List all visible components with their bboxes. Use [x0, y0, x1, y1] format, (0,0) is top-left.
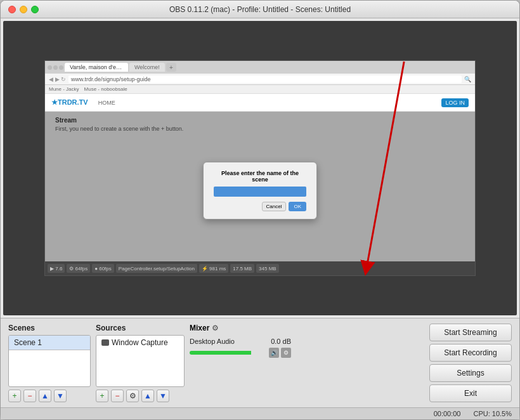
browser-tab-1[interactable]: Varsle, maison d'excellence de...: [65, 63, 128, 72]
browser-content: ★TRDR.TV HOME LOG IN Stream First, you n…: [45, 94, 475, 269]
scenes-down-button[interactable]: ▼: [54, 390, 67, 402]
mixer-header: Mixer ⚙: [190, 324, 291, 332]
trdr-login-button[interactable]: LOG IN: [441, 98, 469, 107]
toolbar-item-4[interactable]: PageController.setup/SetupAction: [116, 264, 197, 273]
mixer-fader-row-1: 🔊 ⚙: [190, 348, 291, 360]
status-bar: 00:00:00 CPU: 10.5%: [1, 407, 519, 419]
sources-toolbar: + − ⚙ ▲ ▼: [96, 390, 185, 402]
dialog-overlay: Please enter the name of the scene Cance…: [45, 112, 475, 269]
close-button[interactable]: [8, 6, 16, 13]
scenes-panel: Scenes Scene 1 + − ▲ ▼: [8, 324, 91, 402]
mixer-panel: Mixer ⚙ Desktop Audio 0.0 dB 🔊 ⚙: [190, 324, 291, 402]
scenes-list: Scene 1: [8, 335, 91, 387]
mixer-fader-1[interactable]: [190, 351, 266, 355]
toolbar-item-2[interactable]: ⚙ 64fps: [67, 264, 90, 273]
browser-preview: Varsle, maison d'excellence de... Welcom…: [44, 60, 476, 276]
browser-tab-2[interactable]: Welcome!: [129, 63, 165, 72]
start-recording-button[interactable]: Start Recording: [429, 344, 512, 362]
dialog-cancel-button[interactable]: Cancel: [262, 202, 287, 211]
scenes-header: Scenes: [8, 324, 91, 332]
titlebar: OBS 0.11.2 (mac) - Profile: Untitled - S…: [1, 1, 519, 18]
preview-area: Varsle, maison d'excellence de... Welcom…: [3, 21, 517, 315]
mixer-settings-icon[interactable]: ⚙: [212, 324, 219, 332]
sources-remove-button[interactable]: −: [111, 390, 124, 402]
traffic-lights: [8, 6, 39, 13]
bottom-content: Scenes Scene 1 + − ▲ ▼ Sources Window C: [1, 318, 519, 407]
scenes-add-button[interactable]: +: [8, 390, 21, 402]
toolbar-item-6[interactable]: 17.5 MB: [230, 264, 254, 273]
sources-panel: Sources Window Capture + − ⚙ ▲ ▼: [96, 324, 185, 402]
mixer-title: Mixer: [190, 324, 209, 332]
sources-down-button[interactable]: ▼: [157, 390, 169, 402]
sources-add-button[interactable]: +: [96, 390, 108, 402]
trdr-logo: ★TRDR.TV: [51, 98, 88, 107]
source-item-1[interactable]: Window Capture: [96, 336, 184, 350]
trdr-home-link[interactable]: HOME: [98, 100, 115, 106]
toolbar-item-5[interactable]: ⚡ 981 ms: [199, 264, 228, 273]
dialog-buttons: Cancel OK: [214, 202, 306, 211]
scene-item-1[interactable]: Scene 1: [9, 336, 90, 350]
toolbar-item-7[interactable]: 345 MB: [256, 264, 279, 273]
app-window: OBS 0.11.2 (mac) - Profile: Untitled - S…: [0, 0, 520, 420]
action-buttons: Start Streaming Start Recording Settings…: [429, 324, 512, 402]
browser-url: www.trdr.de/signup/setup-guide: [68, 75, 462, 83]
scenes-remove-button[interactable]: −: [23, 390, 36, 402]
mixer-mute-button[interactable]: 🔊: [269, 348, 279, 358]
source-label-1: Window Capture: [112, 338, 168, 347]
mixer-channel-label-1: Desktop Audio: [190, 338, 262, 345]
nav-item-2: Muse - noboobsale: [84, 86, 127, 92]
status-time: 00:00:00: [434, 410, 461, 417]
toolbar-item-3[interactable]: ● 60fps: [92, 264, 114, 273]
dialog-ok-button[interactable]: OK: [289, 202, 306, 211]
mixer-channel-icons: 🔊 ⚙: [269, 348, 291, 358]
browser-bookmark-bar: Mune - Jacky Muse - noboobsale: [45, 85, 475, 94]
scene-name-dialog: Please enter the name of the scene Cance…: [203, 162, 317, 220]
settings-button[interactable]: Settings: [429, 364, 512, 382]
start-streaming-button[interactable]: Start Streaming: [429, 324, 512, 341]
status-cpu: CPU: 10.5%: [473, 410, 512, 417]
sources-up-button[interactable]: ▲: [141, 390, 154, 402]
mixer-channel-db-1: 0.0 dB: [266, 338, 291, 345]
trdr-navbar: ★TRDR.TV HOME LOG IN: [45, 94, 475, 112]
nav-item-1: Mune - Jacky: [49, 86, 79, 92]
mixer-channel-1: Desktop Audio 0.0 dB: [190, 335, 291, 348]
sources-settings-button[interactable]: ⚙: [126, 390, 139, 402]
minimize-button[interactable]: [20, 6, 27, 13]
toolbar-item-1[interactable]: ▶ 7.6: [48, 264, 65, 273]
obs-preview-toolbar: ▶ 7.6 ⚙ 64fps ● 60fps PageController.set…: [45, 261, 475, 275]
scenes-toolbar: + − ▲ ▼: [8, 390, 91, 402]
sources-list: Window Capture: [96, 335, 185, 387]
dialog-title: Please enter the name of the scene: [214, 170, 306, 183]
dialog-input-field[interactable]: [214, 187, 306, 197]
window-title: OBS 0.11.2 (mac) - Profile: Untitled - S…: [169, 5, 351, 14]
bottom-panel: Scenes Scene 1 + − ▲ ▼ Sources Window C: [1, 318, 519, 419]
browser-tab-bar: Varsle, maison d'excellence de... Welcom…: [45, 61, 475, 74]
source-monitor-icon: [101, 339, 109, 346]
sources-header: Sources: [96, 324, 185, 332]
maximize-button[interactable]: [31, 6, 39, 13]
mixer-config-button[interactable]: ⚙: [281, 348, 291, 358]
scenes-up-button[interactable]: ▲: [39, 390, 51, 402]
browser-addressbar: ◀ ▶ ↻ www.trdr.de/signup/setup-guide 🔍: [45, 74, 475, 85]
exit-button[interactable]: Exit: [429, 384, 512, 402]
